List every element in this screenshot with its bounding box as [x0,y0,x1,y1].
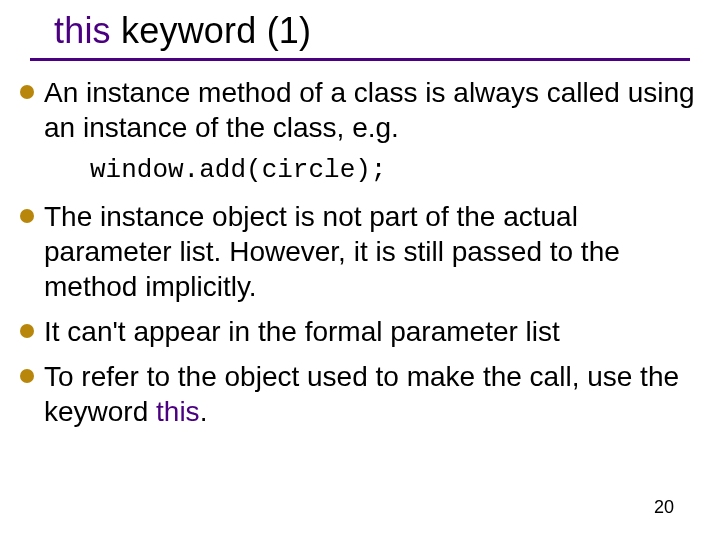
page-number: 20 [654,497,674,518]
bullet-item: The instance object is not part of the a… [20,199,700,304]
title-block: this keyword (1) [0,0,720,52]
bullet-suffix: . [200,396,208,427]
bullet-item: To refer to the object used to make the … [20,359,700,429]
slide: this keyword (1) An instance method of a… [0,0,720,540]
bullet-item: An instance method of a class is always … [20,75,700,145]
bullet-dot-icon [20,85,34,99]
bullet-dot-icon [20,324,34,338]
title-keyword: this [54,10,111,51]
bullet-item: It can't appear in the formal parameter … [20,314,700,349]
slide-body: An instance method of a class is always … [0,61,720,429]
bullet-text: To refer to the object used to make the … [44,359,700,429]
bullet-text: It can't appear in the formal parameter … [44,314,560,349]
inline-keyword: this [156,396,200,427]
bullet-dot-icon [20,369,34,383]
code-example: window.add(circle); [90,155,700,185]
bullet-text: An instance method of a class is always … [44,75,700,145]
title-rest: keyword (1) [111,10,311,51]
bullet-prefix: To refer to the object used to make the … [44,361,679,427]
bullet-dot-icon [20,209,34,223]
slide-title: this keyword (1) [54,10,720,52]
bullet-text: The instance object is not part of the a… [44,199,700,304]
